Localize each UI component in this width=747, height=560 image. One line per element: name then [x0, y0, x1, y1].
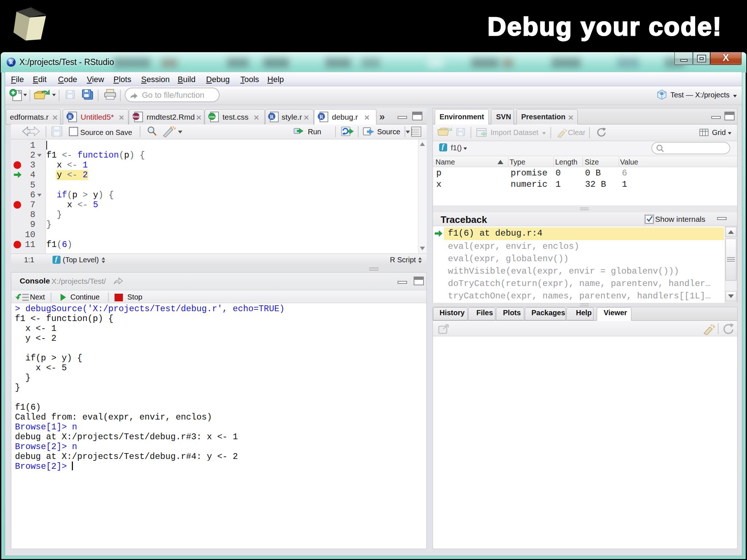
- svg-text:Source: Source: [377, 128, 400, 136]
- svg-text:Rmd: Rmd: [132, 115, 140, 119]
- svg-text:R: R: [270, 114, 274, 120]
- svg-text:R: R: [68, 114, 72, 120]
- svg-text:Run: Run: [308, 128, 321, 136]
- svg-text:R: R: [660, 91, 664, 96]
- svg-text:css: css: [209, 115, 214, 119]
- svg-text:R: R: [320, 114, 324, 120]
- svg-text:R: R: [9, 59, 13, 65]
